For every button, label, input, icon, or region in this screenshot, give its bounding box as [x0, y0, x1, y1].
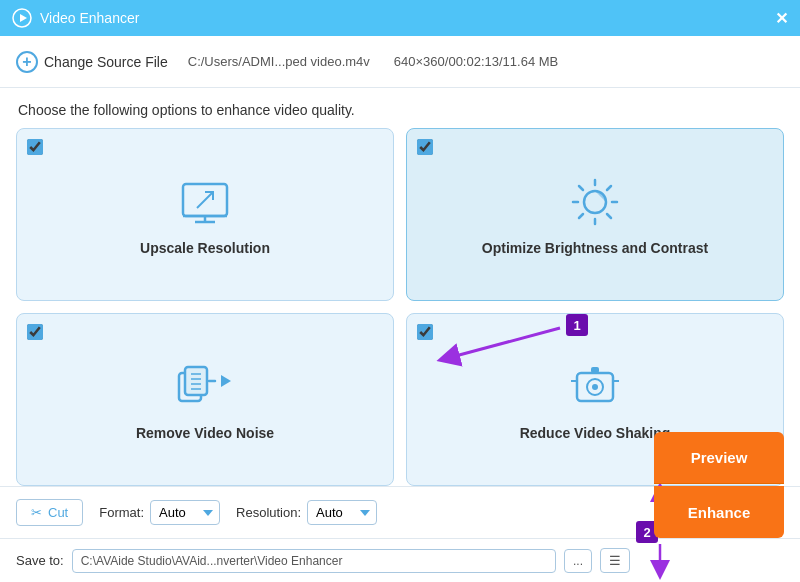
brightness-label: Optimize Brightness and Contrast	[482, 240, 708, 256]
option-upscale-resolution: Upscale Resolution	[16, 128, 394, 301]
cut-label: Cut	[48, 505, 68, 520]
title-bar: Video Enhancer ✕	[0, 0, 800, 36]
description-text: Choose the following options to enhance …	[0, 88, 800, 128]
svg-line-13	[607, 214, 611, 218]
resolution-group: Resolution: Auto 720P 1080P 4K	[236, 500, 377, 525]
svg-marker-23	[221, 375, 231, 387]
brightness-checkbox[interactable]	[417, 139, 433, 155]
enhance-button[interactable]: Enhance	[654, 486, 784, 538]
format-group: Format: Auto MP4 AVI MOV	[99, 500, 220, 525]
shaking-icon	[567, 359, 623, 415]
upscale-icon	[177, 174, 233, 230]
svg-line-15	[579, 214, 583, 218]
add-file-icon: +	[16, 51, 38, 73]
noise-label: Remove Video Noise	[136, 425, 274, 441]
file-path: C:/Users/ADMI...ped video.m4v	[188, 54, 370, 69]
svg-line-6	[197, 192, 213, 208]
format-select[interactable]: Auto MP4 AVI MOV	[150, 500, 220, 525]
svg-marker-1	[20, 14, 27, 22]
resolution-select[interactable]: Auto 720P 1080P 4K	[307, 500, 377, 525]
shaking-label: Reduce Video Shaking	[520, 425, 671, 441]
svg-rect-17	[185, 367, 207, 395]
change-source-label: Change Source File	[44, 54, 168, 70]
main-content: + Change Source File C:/Users/ADMI...ped…	[0, 36, 800, 582]
upscale-label: Upscale Resolution	[140, 240, 270, 256]
save-bar: Save to: ... ☰	[0, 538, 800, 582]
svg-point-26	[592, 384, 598, 390]
window-title: Video Enhancer	[40, 10, 139, 26]
cut-button[interactable]: ✂ Cut	[16, 499, 83, 526]
format-label: Format:	[99, 505, 144, 520]
option-remove-noise: Remove Video Noise	[16, 313, 394, 486]
brightness-icon	[567, 174, 623, 230]
browse-button[interactable]: ...	[564, 549, 592, 573]
upscale-checkbox[interactable]	[27, 139, 43, 155]
close-button[interactable]: ✕	[775, 9, 788, 28]
open-folder-button[interactable]: ☰	[600, 548, 630, 573]
save-label: Save to:	[16, 553, 64, 568]
scissors-icon: ✂	[31, 505, 42, 520]
preview-button[interactable]: Preview	[654, 432, 784, 484]
option-brightness-contrast: Optimize Brightness and Contrast	[406, 128, 784, 301]
shaking-checkbox[interactable]	[417, 324, 433, 340]
toolbar: + Change Source File C:/Users/ADMI...ped…	[0, 36, 800, 88]
svg-rect-27	[591, 367, 599, 373]
noise-icon	[177, 359, 233, 415]
app-icon	[12, 8, 32, 28]
svg-line-12	[579, 186, 583, 190]
file-info: 640×360/00:02:13/11.64 MB	[394, 54, 558, 69]
resolution-label: Resolution:	[236, 505, 301, 520]
change-source-button[interactable]: + Change Source File	[16, 51, 168, 73]
noise-checkbox[interactable]	[27, 324, 43, 340]
save-path-input[interactable]	[72, 549, 556, 573]
svg-line-14	[607, 186, 611, 190]
